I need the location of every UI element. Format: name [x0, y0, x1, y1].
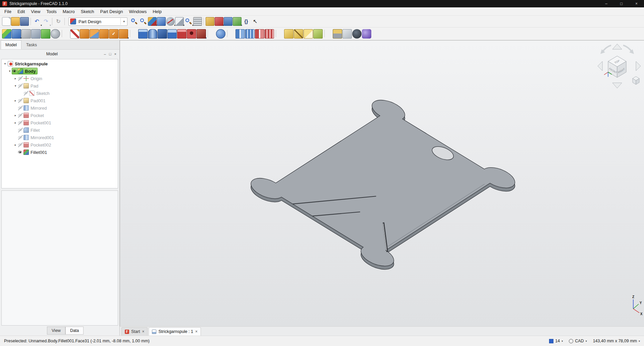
panel-window-button[interactable]: ×: [114, 52, 116, 56]
toolbar-button[interactable]: [51, 17, 54, 26]
toolbar-button[interactable]: [130, 17, 139, 26]
panel-window-button[interactable]: –: [104, 52, 106, 56]
toolbar-button[interactable]: [274, 29, 284, 39]
toolbar-button[interactable]: ▾: [197, 29, 206, 39]
toolbar-button[interactable]: [2, 29, 11, 39]
expander-icon[interactable]: ▸: [13, 143, 18, 147]
tree-item-cell[interactable]: Strickgarnspule: [7, 61, 49, 67]
toolbar-button[interactable]: [63, 17, 66, 26]
tree-item[interactable]: Sketch: [2, 90, 118, 97]
toolbar-button[interactable]: ▾: [215, 17, 223, 26]
tree-item-cell[interactable]: Sketch: [23, 90, 51, 96]
menu-item[interactable]: File: [1, 7, 14, 15]
tree-item[interactable]: Mirrored: [2, 104, 118, 112]
toolbar-button[interactable]: ▾: [166, 17, 175, 26]
document-tab[interactable]: Strickgarnspule : 1 ×: [149, 327, 201, 336]
toolbar-button[interactable]: {}: [242, 17, 251, 26]
menu-item[interactable]: Part Design: [97, 7, 126, 15]
toolbar-button[interactable]: [187, 29, 196, 39]
document-tab[interactable]: F Start ×: [121, 327, 148, 336]
expander-icon[interactable]: ▾: [3, 62, 7, 65]
toolbar-button[interactable]: [265, 29, 274, 39]
workbench-selector[interactable]: Part Design ▾: [68, 17, 127, 26]
toolbar-button[interactable]: [31, 29, 41, 39]
close-tab-icon[interactable]: ×: [142, 329, 144, 334]
toolbar-button[interactable]: [245, 29, 255, 39]
expander-icon[interactable]: ▾: [7, 69, 12, 73]
toolbar-button[interactable]: [21, 29, 31, 39]
expander-icon[interactable]: ▸: [13, 121, 18, 124]
tree-item-cell[interactable]: Pad: [18, 83, 40, 89]
toolbar-button[interactable]: [128, 29, 138, 39]
menu-item[interactable]: Tools: [43, 7, 59, 15]
toolbar-button[interactable]: [193, 17, 202, 26]
navcube-iso-button[interactable]: [633, 76, 639, 84]
minimize-button[interactable]: –: [599, 0, 614, 7]
toolbar-button[interactable]: [342, 29, 352, 39]
tree-item-cell[interactable]: Mirrored: [18, 105, 48, 111]
toolbar-button[interactable]: [139, 17, 148, 26]
3d-viewport[interactable]: TOP FRONT RIGHT Z Y X: [120, 40, 644, 326]
navigation-cube[interactable]: TOP FRONT RIGHT: [598, 44, 641, 88]
menu-item[interactable]: Sketch: [78, 7, 97, 15]
tree-item[interactable]: ▸ Pocket001: [2, 119, 118, 126]
toolbar-button[interactable]: [2, 17, 11, 26]
toolbar-button[interactable]: [138, 29, 148, 39]
toolbar-button[interactable]: [255, 29, 264, 39]
toolbar-button[interactable]: [157, 17, 166, 26]
status-control[interactable]: 143,40 mm x 78,09 mm ▾: [593, 339, 640, 343]
tree-item-cell[interactable]: Pocket002: [18, 142, 52, 148]
toolbar-button[interactable]: [206, 29, 216, 39]
toolbar-button[interactable]: ▾: [184, 17, 193, 26]
tree-item[interactable]: Fillet001: [2, 149, 118, 156]
toolbar-button[interactable]: [11, 17, 20, 26]
status-control[interactable]: 14 ▾: [549, 339, 563, 343]
toolbar-button[interactable]: [333, 29, 342, 39]
toolbar-button[interactable]: ▾: [175, 17, 184, 26]
tree-item-cell[interactable]: Pocket: [18, 112, 45, 118]
part-body-shape[interactable]: [245, 96, 521, 273]
toolbar-button[interactable]: [70, 29, 79, 39]
toolbar-button[interactable]: [20, 17, 29, 26]
toolbar-button[interactable]: [90, 29, 99, 39]
toolbar-button[interactable]: [224, 17, 232, 26]
toolbar-button[interactable]: [41, 29, 50, 39]
toolbar-button[interactable]: [284, 29, 293, 39]
tree-item[interactable]: ▸ Origin: [2, 75, 118, 82]
toolbar-button[interactable]: [206, 17, 214, 26]
toolbar-button[interactable]: ↶▾: [33, 17, 41, 26]
toolbar-button[interactable]: [51, 29, 60, 39]
toolbar-button[interactable]: [294, 29, 303, 39]
tree-item[interactable]: Mirrored001: [2, 134, 118, 141]
tree-item-cell[interactable]: Fillet001: [18, 149, 48, 155]
panel-tab[interactable]: Tasks: [21, 40, 42, 49]
tree-item[interactable]: ▸ Pocket: [2, 112, 118, 119]
panel-window-button[interactable]: □: [109, 52, 111, 56]
toolbar-button[interactable]: [167, 29, 177, 39]
menu-item[interactable]: Help: [150, 7, 165, 15]
property-view-tab[interactable]: View: [47, 327, 65, 335]
tree-item[interactable]: ▾ Strickgarnspule: [2, 60, 118, 67]
toolbar-button[interactable]: [235, 29, 245, 39]
toolbar-button[interactable]: [362, 29, 371, 39]
toolbar-button[interactable]: [313, 29, 323, 39]
tree-item-cell[interactable]: Origin: [18, 75, 44, 81]
maximize-button[interactable]: □: [614, 0, 629, 7]
property-view-tab[interactable]: Data: [65, 327, 84, 335]
toolbar-button[interactable]: [352, 29, 362, 39]
toolbar-button[interactable]: ✓: [109, 29, 118, 39]
toolbar-button[interactable]: ↷▾: [42, 17, 50, 26]
expander-icon[interactable]: ▸: [13, 99, 18, 102]
tree-item[interactable]: ▸ Pocket002: [2, 141, 118, 149]
toolbar-button[interactable]: [158, 29, 167, 39]
toolbar-button[interactable]: [216, 29, 225, 39]
close-button[interactable]: ×: [629, 0, 644, 7]
tree-item-cell[interactable]: Pocket001: [18, 120, 52, 126]
tree-item-cell[interactable]: Mirrored001: [18, 134, 55, 140]
tree-item[interactable]: ▾ Pad: [2, 82, 118, 90]
close-tab-icon[interactable]: ×: [195, 329, 198, 334]
tree-item-cell[interactable]: Body: [12, 68, 37, 74]
menu-item[interactable]: View: [28, 7, 43, 15]
menu-item[interactable]: Macro: [60, 7, 78, 15]
tree-item[interactable]: ▸ Pad001: [2, 97, 118, 104]
